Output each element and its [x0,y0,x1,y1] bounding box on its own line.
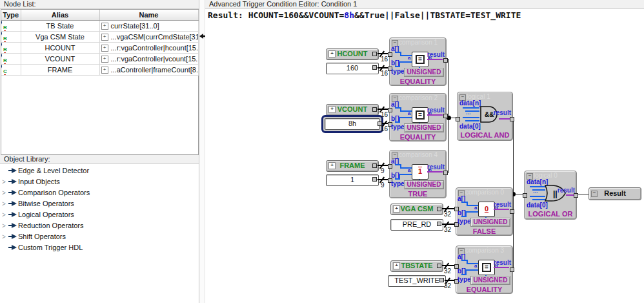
expand-icon[interactable]: + [393,262,400,269]
node-alias[interactable]: TB State [21,21,99,32]
output-port[interactable] [372,107,377,112]
library-item[interactable]: >Input Objects [0,176,198,187]
node-name[interactable]: +...vgaCSM|currCmdState[31..0] [99,32,198,43]
comparison-block-0[interactable]: − comparison 0 a[] b[] 0 a b result type… [456,187,513,236]
input-port-a[interactable] [388,108,392,112]
input-port-a[interactable] [388,52,392,57]
value-vcount-selected[interactable]: 8h [321,115,383,133]
result-port[interactable] [443,171,448,175]
comparison-block-4[interactable]: − comparison 4 a[] b[] 1 a b result type… [389,150,447,198]
col-header-type[interactable]: Type [1,10,21,21]
result-port[interactable] [443,114,448,118]
node-alias[interactable]: Vga CSM State [21,32,99,43]
node-hcount[interactable]: +HCOUNT [326,48,379,60]
output-port[interactable] [372,52,377,56]
expand-icon[interactable]: + [328,106,336,113]
chevron-right-icon[interactable]: > [0,187,8,198]
library-item[interactable]: >Bitwise Operators [0,198,198,209]
panel-splitter[interactable] [199,0,205,303]
type-value[interactable]: UNSIGNED [404,180,444,189]
value-hcount[interactable]: 160 [326,63,379,74]
type-value[interactable]: UNSIGNED [404,68,444,77]
output-port[interactable] [439,278,444,282]
node-name[interactable]: +...aController|frameCount[8..0] [99,65,198,76]
node-list-table[interactable]: Type Alias Name R TB State +currState[31… [1,9,199,155]
chevron-right-icon[interactable]: > [0,231,8,242]
expand-icon[interactable]: + [328,50,336,57]
result-port[interactable] [510,267,514,272]
input-port-a[interactable] [388,164,392,169]
equality-icon: = [478,260,495,275]
output-port[interactable] [372,177,377,182]
logical-and-block[interactable]: − logical 1 data[n] data[0] ... && resul… [457,92,513,141]
type-value[interactable]: UNSIGNED [470,218,510,227]
node-alias[interactable]: HCOUNT [21,43,99,54]
library-item[interactable]: Edge & Level Detector [0,165,198,176]
library-item[interactable]: >Comparison Operators [0,187,198,198]
chevron-right-icon[interactable]: > [0,220,8,231]
block-title: comparison 1 [399,39,438,46]
table-row[interactable]: R TB State +currState[31..0] [1,21,198,32]
expand-icon[interactable]: + [101,34,108,41]
table-row[interactable]: R VCOUNT +...r:vgaController|vcount[15..… [1,54,198,65]
value-frame[interactable]: 1 [326,174,379,186]
port-label-data-0: data[0] [459,123,481,130]
result-port[interactable] [510,209,514,214]
type-value[interactable]: UNSIGNED [404,123,444,132]
result-port[interactable] [574,193,578,198]
input-port-a[interactable] [454,207,459,211]
chevron-right-icon[interactable]: > [0,209,8,220]
node-frame[interactable]: +FRAME [326,160,379,172]
collapse-icon[interactable]: − [591,191,598,197]
svg-text:||: || [553,189,558,198]
input-port[interactable] [523,193,527,198]
expand-icon[interactable]: + [101,45,108,52]
result-port[interactable] [443,58,448,63]
output-port[interactable] [437,264,441,268]
expand-icon[interactable]: + [393,205,400,213]
expand-icon[interactable]: + [328,162,336,169]
library-item[interactable]: Custom Trigger HDL [0,242,198,253]
value-vcount[interactable]: 8h [325,118,380,130]
comparison-block-3[interactable]: − comparison 3 a[] b[] = a b result type… [456,246,513,294]
library-item[interactable]: >Shift Operators [0,231,198,242]
expand-icon[interactable]: + [101,23,108,30]
col-header-name[interactable]: Name [99,10,198,21]
expand-icon[interactable]: + [101,67,108,74]
value-tbstate[interactable]: TEST_WRITE [388,275,446,287]
chevron-right-icon[interactable]: > [0,176,8,187]
node-name[interactable]: +...r:vgaController|vcount[15..0] [99,54,198,65]
node-vga-csm[interactable]: +VGA CSM [390,204,443,215]
result-node[interactable]: − Result [589,187,641,200]
output-port[interactable] [372,65,377,70]
expand-icon[interactable]: + [101,56,108,63]
chevron-right-icon[interactable]: > [0,198,8,209]
input-port[interactable] [456,117,460,121]
wire [399,174,412,175]
node-name[interactable]: +currState[31..0] [99,21,198,32]
output-port[interactable] [372,163,377,168]
node-vcount[interactable]: +VCOUNT [326,104,379,116]
node-tbstate[interactable]: +TBSTATE [390,260,443,272]
type-value[interactable]: UNSIGNED [470,276,510,285]
value-vga-csm[interactable]: PRE_RD [390,219,443,231]
logical-or-block[interactable]: − logical 0 data[n] data[0] ... || resul… [524,171,577,220]
output-port[interactable] [437,222,441,226]
comparison-block-2[interactable]: − comparison 2 a[] b[] = a b result type… [389,93,447,141]
table-row[interactable]: R HCOUNT +...r:vgaController|hcount[15..… [1,43,198,54]
output-port[interactable] [437,207,441,211]
node-name[interactable]: +...r:vgaController|hcount[15..0] [99,43,198,54]
table-row[interactable]: C FRAME +...aController|frameCount[8..0] [1,65,198,76]
col-header-alias[interactable]: Alias [21,10,99,21]
library-object-icon [8,177,18,188]
library-item[interactable]: >Reduction Operators [0,220,198,231]
table-row[interactable]: R Vga CSM State +...vgaCSM|currCmdState[… [1,32,198,43]
result-port[interactable] [510,117,514,121]
library-item[interactable]: >Logical Operators [0,209,198,220]
node-alias[interactable]: FRAME [21,65,99,76]
diagram-canvas[interactable]: +HCOUNT 160 +VCOUNT 8h +FRAME 1 +VGA CSM… [205,24,644,303]
wire [494,209,509,210]
node-alias[interactable]: VCOUNT [21,54,99,65]
comparison-block-1[interactable]: − comparison 1 a[] b[] = a b result type… [389,37,447,86]
input-port-a[interactable] [454,264,459,269]
